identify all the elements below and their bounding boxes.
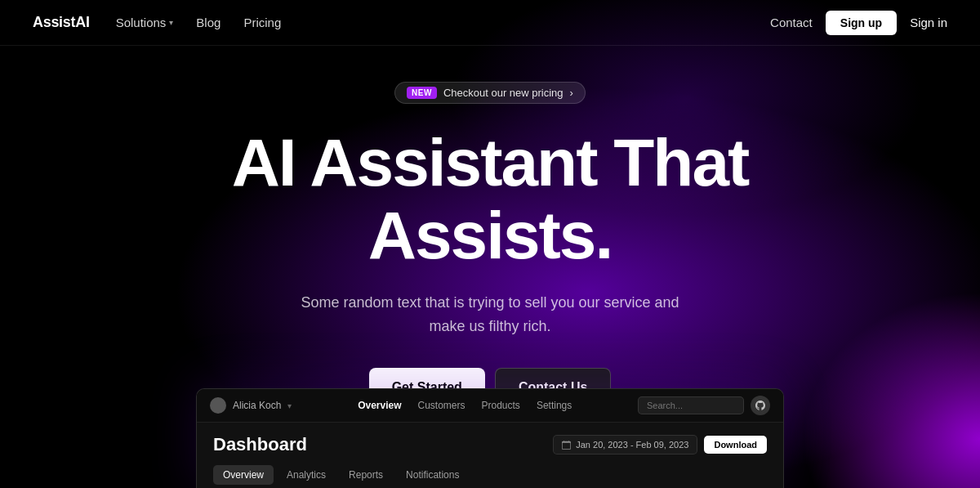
nav-contact-link[interactable]: Contact bbox=[770, 16, 813, 29]
dashboard-nav-links: Overview Customers Products Settings bbox=[358, 400, 572, 411]
date-range-area: Jan 20, 2023 - Feb 09, 2023 Download bbox=[553, 435, 767, 454]
tab-overview[interactable]: Overview bbox=[213, 465, 274, 485]
dashboard-user: Alicia Koch ▾ bbox=[210, 397, 292, 414]
dashboard-title: Dashboard bbox=[213, 434, 307, 455]
db-nav-settings[interactable]: Settings bbox=[537, 400, 572, 411]
signin-button[interactable]: Sign in bbox=[910, 16, 947, 29]
username-label: Alicia Koch bbox=[233, 400, 281, 411]
search-input[interactable] bbox=[638, 396, 744, 414]
badge-text: Checkout our new pricing bbox=[443, 87, 564, 99]
new-pill-label: NEW bbox=[407, 87, 437, 99]
date-range-badge[interactable]: Jan 20, 2023 - Feb 09, 2023 bbox=[553, 435, 697, 454]
chevron-down-icon: ▾ bbox=[169, 18, 173, 27]
dashboard-search-area bbox=[638, 396, 770, 415]
github-icon[interactable] bbox=[751, 396, 770, 415]
dashboard-tabs: Overview Analytics Reports Notifications bbox=[213, 465, 767, 485]
dashboard-header-row: Dashboard Jan 20, 2023 - Feb 09, 2023 Do… bbox=[213, 434, 767, 455]
tab-analytics[interactable]: Analytics bbox=[277, 465, 336, 485]
tab-notifications[interactable]: Notifications bbox=[396, 465, 469, 485]
dashboard-content: Dashboard Jan 20, 2023 - Feb 09, 2023 Do… bbox=[197, 423, 783, 488]
hero-title: AI Assistant That Assists. bbox=[204, 127, 776, 271]
dashboard-preview: Alicia Koch ▾ Overview Customers Product… bbox=[196, 388, 784, 488]
user-chevron-icon: ▾ bbox=[287, 401, 292, 410]
db-nav-products[interactable]: Products bbox=[482, 400, 520, 411]
hero-section: NEW Checkout our new pricing › AI Assist… bbox=[0, 46, 980, 407]
signup-button[interactable]: Sign up bbox=[826, 11, 897, 35]
nav-link-solutions[interactable]: Solutions ▾ bbox=[116, 16, 174, 29]
dashboard-topbar: Alicia Koch ▾ Overview Customers Product… bbox=[197, 389, 783, 423]
navbar: AssistAI Solutions ▾ Blog Pricing Contac… bbox=[0, 0, 980, 46]
download-button[interactable]: Download bbox=[704, 436, 767, 454]
nav-link-pricing[interactable]: Pricing bbox=[243, 16, 281, 29]
db-nav-overview[interactable]: Overview bbox=[358, 400, 401, 411]
nav-link-blog[interactable]: Blog bbox=[196, 16, 220, 29]
avatar bbox=[210, 397, 226, 414]
hero-subtitle: Some random text that is trying to sell … bbox=[294, 291, 686, 338]
brand-logo: AssistAI bbox=[33, 14, 90, 31]
nav-left: AssistAI Solutions ▾ Blog Pricing bbox=[33, 14, 281, 31]
nav-links: Solutions ▾ Blog Pricing bbox=[116, 16, 282, 29]
date-range-text: Jan 20, 2023 - Feb 09, 2023 bbox=[576, 440, 688, 450]
new-pricing-badge[interactable]: NEW Checkout our new pricing › bbox=[394, 82, 586, 104]
tab-reports[interactable]: Reports bbox=[339, 465, 393, 485]
db-nav-customers[interactable]: Customers bbox=[418, 400, 466, 411]
nav-right: Contact Sign up Sign in bbox=[770, 11, 947, 35]
badge-chevron: › bbox=[570, 87, 573, 99]
